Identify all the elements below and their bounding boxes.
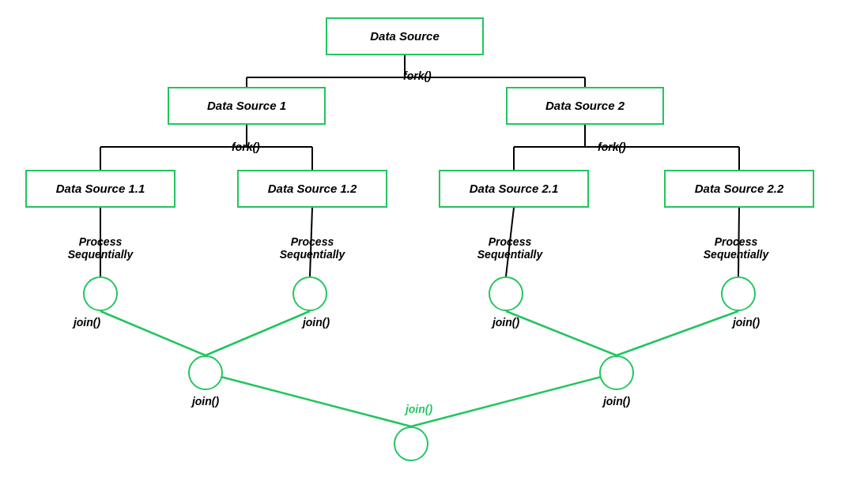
ds21-label: Data Source 2.1 xyxy=(470,182,559,196)
final-circle xyxy=(394,426,428,461)
ds2-label: Data Source 2 xyxy=(545,99,625,113)
root-label: Data Source xyxy=(370,29,440,43)
circle-21 xyxy=(489,276,523,311)
ps11-label: ProcessSequentially xyxy=(57,235,144,261)
join-circle-2 xyxy=(599,355,634,390)
ds11-node: Data Source 1.1 xyxy=(25,170,175,208)
ds12-node: Data Source 1.2 xyxy=(237,170,387,208)
join11-label: join() xyxy=(55,316,119,329)
ps22-label: ProcessSequentially xyxy=(693,235,779,261)
circle-11 xyxy=(83,276,118,311)
ds2-node: Data Source 2 xyxy=(506,87,664,125)
root-node: Data Source xyxy=(326,17,484,55)
join1-label: join() xyxy=(174,395,237,408)
ds1-node: Data Source 1 xyxy=(168,87,326,125)
join22-label: join() xyxy=(715,316,778,329)
circle-12 xyxy=(292,276,327,311)
ds22-label: Data Source 2.2 xyxy=(695,182,784,196)
final-join-label: join() xyxy=(387,403,451,415)
join21-label: join() xyxy=(474,316,538,329)
join12-label: join() xyxy=(285,316,348,329)
join-circle-1 xyxy=(188,355,223,390)
circle-22 xyxy=(721,276,756,311)
ds21-node: Data Source 2.1 xyxy=(439,170,589,208)
ds1-label: Data Source 1 xyxy=(207,99,286,113)
ds11-label: Data Source 1.1 xyxy=(56,182,145,196)
join2-label: join() xyxy=(585,395,648,408)
diagram: Data Source Data Source 1 Data Source 2 … xyxy=(0,0,868,477)
ds1-fork-label: fork() xyxy=(232,141,260,153)
root-fork-label: fork() xyxy=(403,69,432,82)
ds22-node: Data Source 2.2 xyxy=(664,170,814,208)
ds12-label: Data Source 1.2 xyxy=(268,182,357,196)
ds2-fork-label: fork() xyxy=(598,141,626,153)
ps12-label: ProcessSequentially xyxy=(269,235,356,261)
ps21-label: ProcessSequentially xyxy=(466,235,553,261)
